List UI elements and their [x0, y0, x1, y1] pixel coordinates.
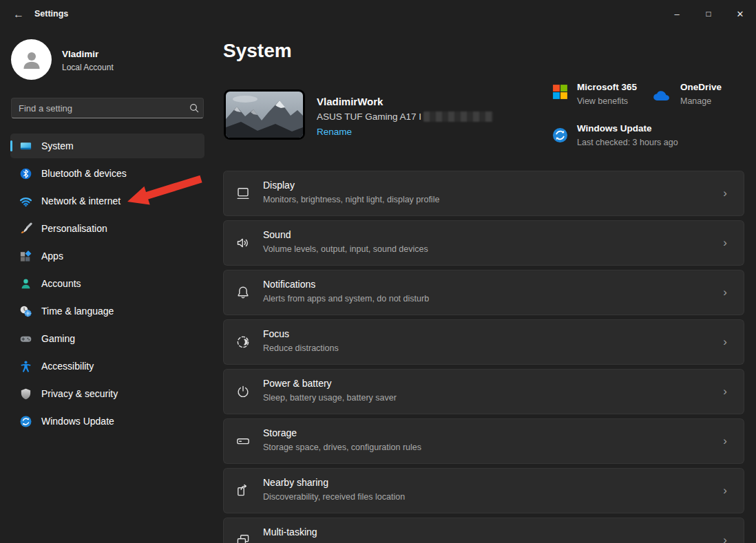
row-notifications[interactable]: Notifications Alerts from apps and syste… [223, 270, 744, 315]
microsoft-365-icon [552, 84, 568, 100]
close-button[interactable]: ✕ [724, 0, 756, 28]
shield-icon [19, 387, 32, 401]
device-model-redacted-blur [423, 111, 493, 122]
microsoft-365-action[interactable]: View benefits [577, 96, 628, 106]
chevron-right-icon: › [723, 434, 727, 449]
row-subtitle: Volume levels, output, input, sound devi… [263, 244, 428, 254]
chevron-right-icon: › [723, 285, 727, 300]
chevron-right-icon: › [723, 334, 727, 350]
row-focus[interactable]: Focus Reduce distractions › [223, 319, 744, 365]
gamepad-icon [19, 332, 32, 345]
rename-link[interactable]: Rename [317, 127, 352, 137]
sidebar-item-label: Accessibility [41, 361, 94, 372]
display-icon [235, 185, 251, 202]
row-power-battery[interactable]: Power & battery Sleep, battery usage, ba… [223, 369, 744, 414]
maximize-icon: □ [706, 9, 711, 19]
row-title: Focus [263, 328, 289, 339]
row-storage[interactable]: Storage Storage space, drives, configura… [223, 418, 744, 464]
row-subtitle: Storage space, drives, configuration rul… [263, 443, 421, 452]
multitasking-windows-icon [235, 532, 251, 543]
row-subtitle: Sleep, battery usage, battery saver [263, 393, 397, 403]
wifi-icon [19, 195, 32, 208]
onedrive-icon [652, 88, 673, 101]
row-subtitle: Discoverability, received files location [263, 492, 405, 502]
search-box[interactable] [11, 98, 204, 118]
focus-crescent-icon [235, 334, 251, 350]
accounts-person-icon [19, 277, 32, 290]
system-icon [19, 140, 32, 153]
sidebar-item-privacy-security[interactable]: Privacy & security [10, 381, 204, 406]
search-input[interactable] [12, 103, 185, 114]
chevron-right-icon: › [723, 384, 727, 399]
power-icon [235, 383, 251, 400]
clock-globe-icon [19, 305, 32, 318]
maximize-button[interactable]: □ [693, 0, 724, 28]
row-nearby-sharing[interactable]: Nearby sharing Discoverability, received… [223, 468, 744, 513]
selection-indicator [10, 140, 12, 151]
sidebar-item-time-language[interactable]: Time & language [10, 299, 204, 323]
chevron-right-icon: › [723, 533, 727, 543]
window-controls: – □ ✕ [661, 0, 756, 28]
sidebar-item-label: Accounts [41, 278, 81, 289]
window-title: Settings [34, 9, 68, 19]
sidebar-item-bluetooth-devices[interactable]: Bluetooth & devices [10, 161, 204, 186]
row-sound[interactable]: Sound Volume levels, output, input, soun… [223, 220, 744, 266]
onedrive-action[interactable]: Manage [680, 96, 711, 106]
sidebar-item-network-internet[interactable]: Network & internet [10, 189, 204, 213]
mountain-wallpaper-image [226, 92, 303, 138]
person-icon [19, 47, 44, 72]
row-title: Multi-tasking [263, 526, 317, 537]
row-title: Nearby sharing [263, 477, 328, 488]
minimize-button[interactable]: – [661, 0, 693, 28]
sidebar-item-label: Gaming [41, 333, 75, 344]
sidebar-item-label: Apps [41, 251, 63, 262]
onedrive-title: OneDrive [680, 82, 722, 92]
sidebar-item-label: Privacy & security [41, 388, 118, 399]
share-icon [235, 482, 251, 499]
sidebar-item-system[interactable]: System [10, 134, 204, 158]
windows-update-status-title: Windows Update [577, 123, 652, 134]
sidebar-item-accounts[interactable]: Accounts [10, 271, 204, 296]
avatar[interactable] [11, 39, 52, 80]
device-model-text: ASUS TUF Gaming A17 I [317, 111, 421, 122]
sidebar-item-accessibility[interactable]: Accessibility [10, 354, 204, 379]
minimize-icon: – [674, 9, 679, 19]
chevron-right-icon: › [723, 235, 727, 251]
sidebar-item-windows-update[interactable]: Windows Update [10, 409, 204, 434]
sidebar-item-label: System [41, 140, 74, 151]
row-multi-tasking[interactable]: Multi-tasking Snap windows, desktops, ta… [223, 518, 744, 543]
device-name: VladimirWork [317, 96, 383, 107]
microsoft-365-title: Microsoft 365 [577, 82, 637, 92]
back-button[interactable]: ← [7, 5, 30, 23]
profile-account-type: Local Account [62, 63, 114, 72]
search-icon [185, 103, 203, 113]
back-arrow-icon: ← [13, 8, 24, 21]
profile-name: Vladimir [62, 49, 98, 59]
paintbrush-icon [19, 222, 32, 235]
close-icon: ✕ [737, 9, 744, 19]
row-subtitle: Reduce distractions [263, 343, 339, 353]
sidebar-item-label: Network & internet [41, 195, 120, 206]
sidebar-item-personalisation[interactable]: Personalisation [10, 216, 204, 241]
windows-update-last-checked: Last checked: 3 hours ago [577, 138, 678, 147]
row-display[interactable]: Display Monitors, brightness, night ligh… [223, 171, 744, 216]
accessibility-person-icon [19, 360, 32, 373]
row-title: Display [263, 180, 295, 191]
storage-drive-icon [235, 433, 251, 449]
row-subtitle: Monitors, brightness, night light, displ… [263, 195, 439, 204]
bluetooth-icon [19, 167, 32, 180]
device-model: ASUS TUF Gaming A17 I [317, 111, 493, 122]
windows-update-icon [19, 415, 32, 428]
sidebar-item-gaming[interactable]: Gaming [10, 326, 204, 351]
sidebar-item-label: Time & language [41, 306, 114, 317]
sidebar-item-apps[interactable]: Apps [10, 244, 204, 268]
sidebar-item-label: Personalisation [41, 223, 107, 234]
row-title: Sound [263, 229, 291, 240]
apps-icon [19, 250, 32, 263]
chevron-right-icon: › [723, 483, 727, 498]
chevron-right-icon: › [723, 186, 727, 201]
row-title: Notifications [263, 279, 315, 290]
windows-update-status-icon [552, 127, 569, 144]
row-title: Storage [263, 427, 297, 438]
sidebar-item-label: Windows Update [41, 416, 114, 427]
